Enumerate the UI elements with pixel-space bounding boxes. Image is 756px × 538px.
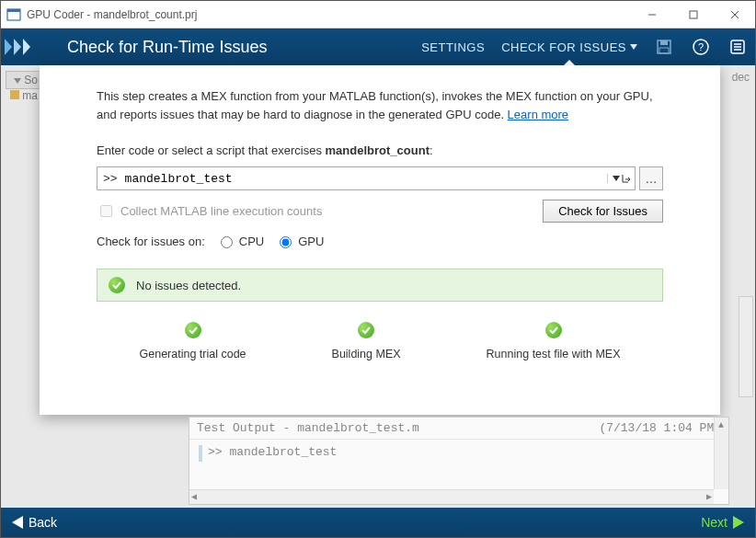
- svg-rect-3: [690, 11, 697, 18]
- settings-link[interactable]: SETTINGS: [421, 40, 485, 58]
- svg-marker-19: [14, 78, 21, 84]
- cpu-radio[interactable]: CPU: [216, 234, 264, 248]
- back-arrow-icon: [12, 516, 23, 529]
- chevron-down-icon: [630, 44, 637, 50]
- console-horizontal-scrollbar[interactable]: ◀ ▶: [189, 489, 714, 504]
- svg-marker-9: [630, 44, 637, 50]
- svg-marker-6: [5, 39, 12, 55]
- console-vertical-scrollbar[interactable]: ▲: [714, 418, 728, 489]
- step3-label: Running test file with MEX: [487, 348, 621, 361]
- window-title: GPU Coder - mandelbrot_count.prj: [27, 8, 631, 21]
- description-text: This step creates a MEX function from yo…: [97, 87, 663, 123]
- svg-text:?: ?: [698, 41, 704, 52]
- console-line: >> mandelbrot_test: [208, 445, 337, 459]
- check-issues-panel: This step creates a MEX function from yo…: [40, 65, 720, 415]
- check-for-issues-label: CHECK FOR ISSUES: [501, 40, 626, 54]
- wizard-step-title: Check for Run-Time Issues: [67, 38, 421, 57]
- status-text: No issues detected.: [136, 279, 241, 292]
- wizard-header: Check for Run-Time Issues SETTINGS CHECK…: [1, 29, 755, 65]
- step2-check-icon: [358, 322, 374, 338]
- console-gutter: [199, 445, 202, 462]
- radio-group-label: Check for issues on:: [97, 235, 205, 248]
- prompt-symbol: >>: [97, 172, 123, 186]
- gpu-radio[interactable]: GPU: [275, 234, 324, 248]
- svg-marker-21: [613, 176, 620, 181]
- collect-counts-input[interactable]: [100, 205, 112, 217]
- status-banner: No issues detected.: [97, 269, 663, 302]
- svg-marker-7: [14, 39, 21, 55]
- app-icon: [6, 7, 21, 22]
- help-icon[interactable]: ?: [691, 37, 711, 57]
- next-label: Next: [701, 515, 727, 530]
- step-running: Running test file with MEX: [487, 322, 621, 361]
- back-label: Back: [29, 515, 57, 530]
- step2-label: Building MEX: [332, 348, 401, 361]
- maximize-button[interactable]: [672, 1, 714, 29]
- input-dropdown-toggle[interactable]: [607, 174, 635, 183]
- step1-check-icon: [185, 322, 201, 338]
- svg-marker-8: [23, 39, 30, 55]
- instruction-text: Enter code or select a script that exerc…: [97, 143, 663, 157]
- step-generating: Generating trial code: [140, 322, 246, 361]
- minimize-button[interactable]: [631, 1, 672, 29]
- svg-marker-23: [733, 516, 744, 529]
- back-button[interactable]: Back: [12, 515, 57, 530]
- svg-rect-20: [10, 90, 19, 99]
- collect-counts-label: Collect MATLAB line execution counts: [120, 204, 322, 218]
- browse-button[interactable]: …: [639, 166, 663, 190]
- menu-icon[interactable]: [727, 37, 748, 57]
- step1-label: Generating trial code: [140, 348, 246, 361]
- collect-counts-checkbox[interactable]: Collect MATLAB line execution counts: [97, 202, 322, 220]
- bg-scrollbar-stub2: [739, 296, 753, 397]
- test-output-console: Test Output - mandelbrot_test.m (7/13/18…: [189, 417, 729, 505]
- target-radio-group: Check for issues on: CPU GPU: [97, 234, 663, 248]
- learn-more-link[interactable]: Learn more: [508, 108, 568, 121]
- close-button[interactable]: [714, 1, 755, 29]
- scroll-up-arrow-icon[interactable]: ▲: [714, 418, 728, 432]
- script-input-box[interactable]: >>: [97, 166, 636, 190]
- success-check-icon: [109, 277, 125, 293]
- next-button[interactable]: Next: [701, 515, 744, 530]
- svg-marker-22: [12, 516, 23, 529]
- check-for-issues-link[interactable]: CHECK FOR ISSUES: [501, 40, 637, 58]
- step3-check-icon: [545, 322, 562, 338]
- wizard-footer: Back Next: [1, 508, 755, 537]
- next-arrow-icon: [733, 516, 744, 529]
- window-titlebar: GPU Coder - mandelbrot_count.prj: [1, 1, 755, 29]
- bg-fragment: dec: [732, 71, 750, 84]
- svg-rect-11: [660, 40, 668, 45]
- wizard-progress-icon: [3, 37, 47, 57]
- script-input[interactable]: [123, 171, 607, 187]
- save-icon[interactable]: [654, 37, 674, 57]
- bg-file-item: ma: [10, 89, 38, 102]
- console-timestamp: (7/13/18 1:04 PM): [599, 421, 721, 435]
- step-building: Building MEX: [332, 322, 401, 361]
- check-for-issues-button[interactable]: Check for Issues: [543, 200, 663, 223]
- svg-rect-12: [659, 48, 669, 53]
- console-title: Test Output - mandelbrot_test.m: [197, 421, 419, 435]
- svg-rect-1: [7, 9, 20, 12]
